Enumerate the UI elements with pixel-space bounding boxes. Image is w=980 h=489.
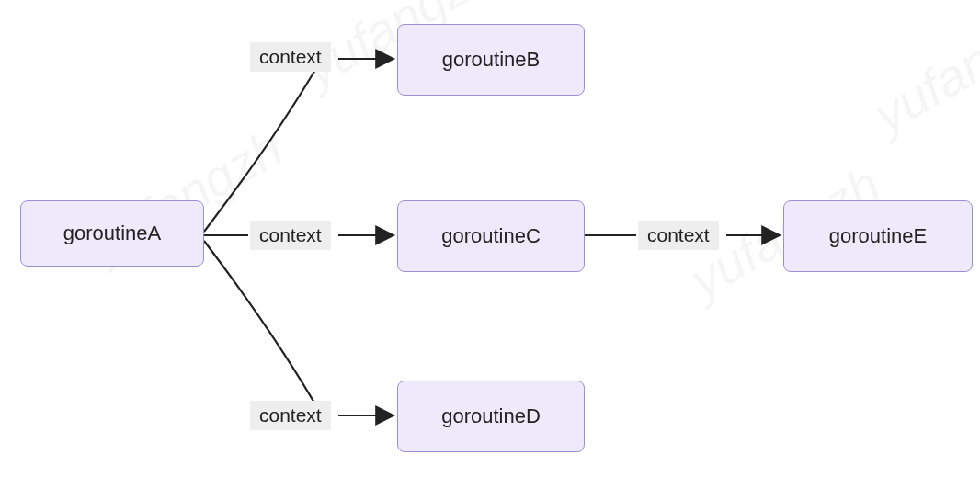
watermark: yufangzh: [863, 0, 980, 144]
edge-label-ce: context: [638, 221, 719, 250]
node-goroutine-c: goroutineC: [397, 200, 585, 272]
edge-a-to-d-curve: [204, 241, 322, 415]
edge-label-ab: context: [250, 42, 331, 72]
edge-a-to-b-curve: [204, 59, 322, 232]
edge-label-ac: context: [250, 221, 331, 250]
node-goroutine-d: goroutineD: [397, 381, 585, 452]
node-goroutine-a: goroutineA: [20, 200, 204, 267]
node-goroutine-b: goroutineB: [397, 24, 585, 96]
edge-label-ad: context: [250, 401, 331, 430]
node-goroutine-e: goroutineE: [783, 200, 973, 272]
